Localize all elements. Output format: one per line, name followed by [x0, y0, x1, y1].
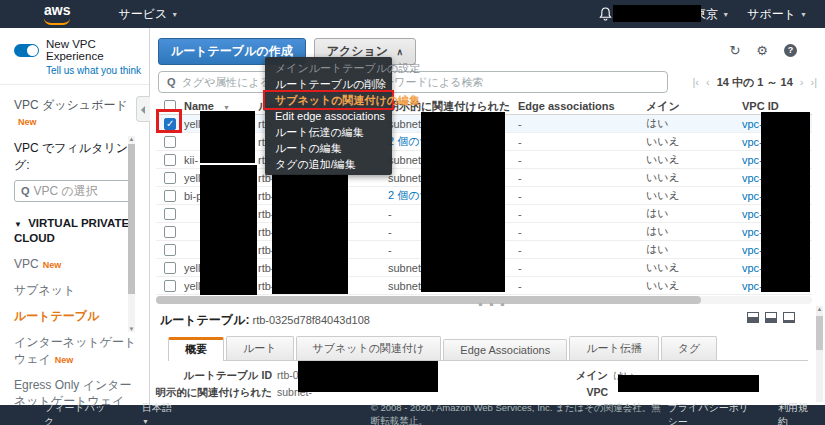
- cell-edge: -: [516, 136, 644, 148]
- aws-logo[interactable]: aws: [44, 3, 70, 25]
- menu-item[interactable]: Edit edge associations: [265, 108, 392, 124]
- vpc-filter-label: VPC でフィルタリング:: [14, 140, 139, 174]
- cell-main: はい: [644, 116, 740, 131]
- redaction-vpc-col: [761, 112, 810, 292]
- aws-logo-text: aws: [44, 2, 70, 18]
- chevron-down-icon: ▼: [722, 11, 729, 18]
- sidebar-collapse-handle[interactable]: [136, 96, 150, 122]
- redaction-assoc-col: [421, 112, 505, 292]
- menu-item: メインルートテーブルの設定: [265, 60, 392, 76]
- new-vpc-experience-label: New VPC Experience: [46, 38, 149, 62]
- row-checkbox[interactable]: [164, 244, 176, 256]
- vpc-console-screen: aws サービス ▼ bdkieu ▼ 東京 ▼ サポート ▼: [0, 0, 825, 425]
- pagination-text: 14 中の 1 ～ 14: [717, 75, 793, 90]
- menu-item[interactable]: ルートテーブルの削除: [265, 76, 392, 92]
- search-icon: Q: [21, 185, 30, 197]
- cell-main: はい: [644, 206, 740, 221]
- menu-item[interactable]: サブネットの関連付けの編集: [265, 92, 392, 108]
- filter-search-input[interactable]: Q タグや属性によるフィルター、またはキーワードによる検索: [158, 71, 668, 93]
- sidebar-item-route-tables[interactable]: ルートテーブル: [14, 308, 139, 324]
- cell-edge: -: [516, 262, 644, 274]
- scrollbar-thumb[interactable]: [816, 316, 823, 350]
- top-navigation-bar: aws サービス ▼ bdkieu ▼ 東京 ▼ サポート ▼: [0, 0, 825, 28]
- refresh-icon[interactable]: ↻: [729, 44, 740, 57]
- cell-edge: -: [516, 190, 644, 202]
- notifications-bell-icon[interactable]: [599, 7, 612, 21]
- feedback-button[interactable]: フィードバック: [44, 401, 114, 425]
- chevron-down-icon: ▼: [171, 11, 178, 18]
- redaction-name-col-bottom: [200, 165, 257, 295]
- menu-item[interactable]: ルートの編集: [265, 140, 392, 156]
- cell-main: いいえ: [644, 170, 740, 185]
- row-checkbox[interactable]: [164, 208, 176, 220]
- vpc-select-input[interactable]: Q VPC の選択: [14, 180, 132, 202]
- pane-split-icon[interactable]: [765, 312, 777, 323]
- details-title-label: ルートテーブル:: [160, 313, 249, 327]
- redaction-detail-ids: [298, 361, 438, 392]
- language-selector[interactable]: 日本語 ▼: [142, 401, 181, 425]
- next-page-button[interactable]: ›: [800, 76, 804, 88]
- sidebar-item-subnets[interactable]: サブネット: [14, 282, 139, 298]
- toolbar: ルートテーブルの作成 アクション ∧: [150, 28, 825, 65]
- support-menu[interactable]: サポート ▼: [747, 6, 807, 23]
- prev-page-button[interactable]: ‹: [706, 76, 710, 88]
- sidebar-item-internet-gateways[interactable]: インターネットゲートウェイNew: [14, 334, 139, 366]
- tab-サブネットの関連付け[interactable]: サブネットの関連付け: [296, 336, 442, 360]
- actions-dropdown-menu: メインルートテーブルの設定ルートテーブルの削除サブネットの関連付けの編集Edit…: [265, 57, 392, 175]
- cell-edge: -: [516, 172, 644, 184]
- cell-edge: -: [516, 118, 644, 130]
- redaction-detail-vpc: [618, 375, 759, 392]
- column-header-vpc-id[interactable]: VPC ID: [740, 100, 812, 112]
- scrollbar-thumb[interactable]: [128, 144, 135, 294]
- new-badge: New: [18, 117, 37, 127]
- cell-main: はい: [644, 242, 740, 257]
- pane-bottom-icon[interactable]: [747, 312, 759, 323]
- menu-item[interactable]: タグの追加/編集: [265, 156, 392, 172]
- details-title: ルートテーブル: rtb-0325d78f84043d108: [150, 306, 825, 329]
- services-menu[interactable]: サービス ▼: [118, 6, 178, 23]
- row-checkbox[interactable]: [164, 136, 176, 148]
- row-checkbox[interactable]: [164, 280, 176, 292]
- cell-main: いいえ: [644, 278, 740, 293]
- search-icon: Q: [167, 76, 176, 88]
- sidebar-item-vpc-dashboard[interactable]: VPC ダッシュボードNew: [14, 97, 139, 128]
- menu-item[interactable]: ルート伝達の編集: [265, 124, 392, 140]
- terms-link[interactable]: 利用規約: [778, 401, 811, 425]
- last-page-button[interactable]: ›|: [810, 76, 817, 88]
- row-checkbox[interactable]: [164, 154, 176, 166]
- route-table-id-value: rtb-0325d78f84043d108: [252, 314, 369, 326]
- sidebar-item-vpc[interactable]: VPCNew: [14, 256, 139, 272]
- tab-Edge Associations[interactable]: Edge Associations: [443, 339, 567, 360]
- new-badge: New: [43, 260, 62, 270]
- aws-smile-icon: [44, 18, 70, 25]
- scrollbar-thumb[interactable]: [156, 296, 701, 304]
- chevron-down-icon: ▼: [142, 418, 149, 425]
- section-virtual-private-cloud[interactable]: ▼ VIRTUAL PRIVATE CLOUD: [14, 216, 139, 246]
- new-badge: New: [55, 355, 74, 365]
- privacy-policy-link[interactable]: プライバシーポリシー: [667, 401, 751, 425]
- tab-ルート[interactable]: ルート: [226, 336, 294, 360]
- column-header-main[interactable]: メイン: [644, 99, 740, 114]
- sidebar-scrollbar[interactable]: ▲ ▼: [128, 136, 135, 332]
- redaction-rtb-col: [272, 174, 348, 294]
- redaction-username: [613, 5, 701, 22]
- tab-ルート伝播[interactable]: ルート伝播: [569, 336, 659, 360]
- details-scrollbar[interactable]: ▲: [816, 306, 823, 402]
- new-vpc-experience-toggle[interactable]: [14, 44, 39, 57]
- section-collapse-icon: ▼: [14, 220, 22, 229]
- row-checkbox[interactable]: [164, 172, 176, 184]
- left-sidebar: New VPC Experience Tell us what you thin…: [0, 28, 150, 405]
- tab-タグ[interactable]: タグ: [661, 336, 718, 360]
- column-header-edge-assoc[interactable]: Edge associations: [516, 100, 644, 112]
- row-checkbox[interactable]: [164, 190, 176, 202]
- first-page-button[interactable]: |‹: [693, 76, 700, 88]
- sort-icon: ▼: [223, 104, 230, 111]
- settings-gear-icon[interactable]: ⚙: [756, 44, 768, 57]
- pane-full-icon[interactable]: [783, 312, 795, 323]
- help-icon[interactable]: ?: [784, 44, 797, 57]
- tab-概要[interactable]: 概要: [168, 337, 224, 361]
- row-checkbox[interactable]: [164, 226, 176, 238]
- cell-edge: -: [516, 208, 644, 220]
- feedback-link[interactable]: Tell us what you think: [46, 65, 149, 76]
- row-checkbox[interactable]: [164, 262, 176, 274]
